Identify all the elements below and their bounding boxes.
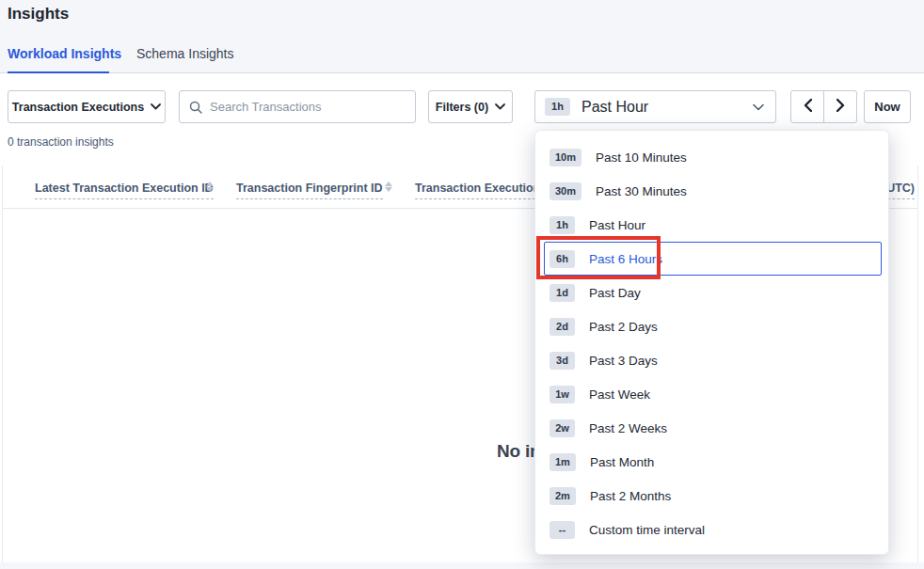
time-option-past-30-minutes[interactable]: 30m Past 30 Minutes xyxy=(535,174,888,208)
column-header-transaction-execution[interactable]: Transaction Execution xyxy=(415,182,540,199)
column-header-transaction-fingerprint-id[interactable]: Transaction Fingerprint ID xyxy=(236,182,383,199)
view-type-dropdown[interactable]: Transaction Executions xyxy=(8,90,166,123)
time-option-badge: 2d xyxy=(550,318,575,336)
time-option-past-3-days[interactable]: 3d Past 3 Days xyxy=(535,343,888,377)
search-icon xyxy=(189,101,202,114)
time-option-label: Past 10 Minutes xyxy=(596,150,687,165)
previous-interval-button[interactable] xyxy=(790,90,824,123)
column-header-latest-transaction-execution-id[interactable]: Latest Transaction Execution ID xyxy=(35,182,214,199)
search-input[interactable] xyxy=(210,100,406,114)
time-option-label: Past 30 Minutes xyxy=(596,184,687,198)
time-option-badge: 3d xyxy=(550,352,575,370)
bottom-strip xyxy=(0,562,924,569)
chevron-left-icon xyxy=(804,99,812,116)
time-option-past-month[interactable]: 1m Past Month xyxy=(535,445,888,479)
time-option-label: Past Day xyxy=(589,286,641,300)
now-button[interactable]: Now xyxy=(864,90,911,123)
time-option-label: Past 2 Days xyxy=(589,320,658,334)
chevron-down-icon xyxy=(495,103,505,110)
time-option-label: Custom time interval xyxy=(589,523,705,537)
time-option-past-2-months[interactable]: 2m Past 2 Months xyxy=(535,479,888,513)
next-interval-button[interactable] xyxy=(823,90,857,123)
time-interval-dropdown-menu: 10m Past 10 Minutes 30m Past 30 Minutes … xyxy=(534,130,889,555)
time-option-badge: -- xyxy=(550,521,575,539)
time-option-past-week[interactable]: 1w Past Week xyxy=(535,377,888,411)
time-option-label: Past 2 Months xyxy=(590,489,671,503)
filters-label: Filters (0) xyxy=(436,101,488,114)
chevron-right-icon xyxy=(836,99,845,116)
time-option-badge: 1w xyxy=(550,386,575,403)
time-option-badge: 2m xyxy=(550,487,576,505)
time-option-badge: 30m xyxy=(550,182,581,200)
time-interval-select[interactable]: 1h Past Hour xyxy=(534,90,776,123)
time-option-label: Past Month xyxy=(590,455,654,469)
time-range-label: Past Hour xyxy=(581,99,648,116)
time-option-past-6-hours[interactable]: 6h Past 6 Hours xyxy=(535,242,888,276)
tab-workload-insights[interactable]: Workload Insights xyxy=(8,46,121,61)
time-option-badge: 10m xyxy=(550,149,581,166)
time-option-badge: 6h xyxy=(550,250,575,268)
time-option-label: Past 6 Hours xyxy=(589,252,662,266)
time-option-label: Past Hour xyxy=(589,218,645,232)
page-title: Insights xyxy=(8,5,69,24)
time-option-custom-interval[interactable]: -- Custom time interval xyxy=(535,513,888,546)
time-option-badge: 2w xyxy=(550,419,575,437)
search-box[interactable] xyxy=(179,90,416,123)
time-option-past-day[interactable]: 1d Past Day xyxy=(535,276,888,309)
filters-button[interactable]: Filters (0) xyxy=(428,90,513,123)
chevron-down-icon xyxy=(753,103,764,111)
sort-icon[interactable] xyxy=(385,182,392,192)
page-header: Insights Workload Insights Schema Insigh… xyxy=(0,0,924,73)
time-option-badge: 1h xyxy=(550,216,575,234)
sort-icon[interactable] xyxy=(206,182,214,192)
time-option-label: Past 2 Weeks xyxy=(589,421,667,435)
time-option-badge: 1d xyxy=(550,284,575,302)
results-count: 0 transaction insights xyxy=(8,135,114,149)
active-tab-underline xyxy=(8,71,109,73)
time-option-label: Past Week xyxy=(589,387,650,402)
tab-schema-insights[interactable]: Schema Insights xyxy=(136,46,234,61)
time-range-badge: 1h xyxy=(545,98,570,116)
chevron-down-icon xyxy=(151,103,161,110)
time-option-past-10-minutes[interactable]: 10m Past 10 Minutes xyxy=(535,140,888,174)
time-option-past-hour[interactable]: 1h Past Hour xyxy=(535,208,888,242)
time-option-past-2-weeks[interactable]: 2w Past 2 Weeks xyxy=(535,411,888,445)
time-option-past-2-days[interactable]: 2d Past 2 Days xyxy=(535,309,888,343)
time-option-label: Past 3 Days xyxy=(589,354,658,368)
time-option-badge: 1m xyxy=(550,453,576,471)
view-type-label: Transaction Executions xyxy=(12,101,144,114)
